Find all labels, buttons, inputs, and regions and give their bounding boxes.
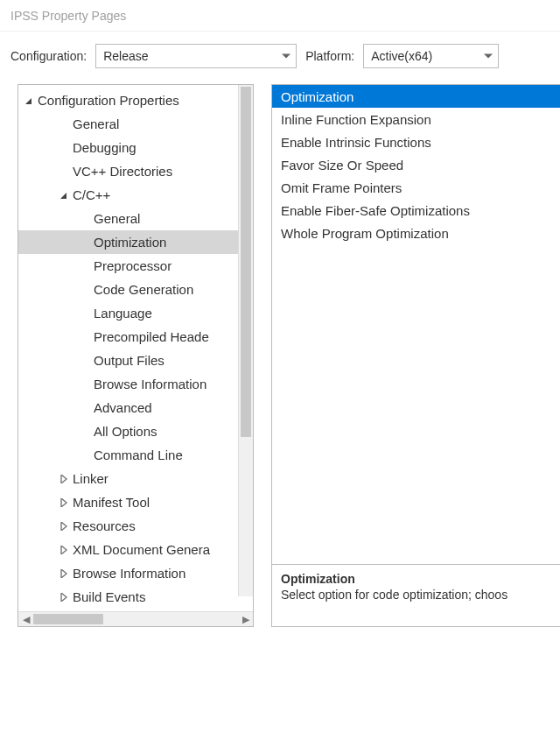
expander-none <box>80 379 90 390</box>
tree-item-label: XML Document Genera <box>73 542 210 557</box>
tree-item-label: Browse Information <box>73 566 186 581</box>
tree-item-label: C/C++ <box>73 187 110 202</box>
configuration-value: Release <box>103 49 148 63</box>
tree-item-label: Build Events <box>73 589 145 604</box>
property-row[interactable]: Enable Intrinsic Functions <box>272 130 560 153</box>
tree-item-label: Browse Information <box>94 377 206 391</box>
tree-item-label: General <box>94 211 140 226</box>
property-row[interactable]: Whole Program Optimization <box>272 222 560 244</box>
expander-closed-icon[interactable] <box>59 545 69 555</box>
tree-item-label: Precompiled Heade <box>94 329 209 344</box>
property-row[interactable]: Inline Function Expansion <box>272 108 560 130</box>
horizontal-scroll-track[interactable] <box>33 612 238 626</box>
tree-item-label: Linker <box>73 471 108 486</box>
tree-item-label: Debugging <box>73 140 136 155</box>
expander-none <box>80 285 90 295</box>
expander-none <box>80 450 90 461</box>
tree-item-label: General <box>73 116 119 131</box>
tree-item[interactable]: Debugging <box>18 136 239 159</box>
tree-root[interactable]: Configuration Properties <box>18 88 239 112</box>
expander-closed-icon[interactable] <box>59 521 69 532</box>
expander-none <box>59 166 69 177</box>
expander-closed-icon[interactable] <box>59 592 69 603</box>
expander-none <box>80 308 90 319</box>
property-row[interactable]: Favor Size Or Speed <box>272 153 560 176</box>
tree-item[interactable]: Browse Information <box>18 561 239 585</box>
expander-open-icon[interactable] <box>59 190 69 201</box>
expander-none <box>80 237 90 248</box>
property-label: Omit Frame Pointers <box>281 180 402 195</box>
tree-item[interactable]: Code Generation <box>18 278 239 301</box>
property-label: Optimization <box>281 89 354 104</box>
tree-item-label: VC++ Directories <box>73 164 172 179</box>
property-row[interactable]: Omit Frame Pointers <box>272 176 560 199</box>
vertical-scroll-thumb[interactable] <box>241 87 251 437</box>
tree-item[interactable]: Language <box>18 301 239 325</box>
tree-root-label: Configuration Properties <box>38 93 179 108</box>
tree-item-label: Preprocessor <box>94 258 172 273</box>
description-text: Select option for code optimization; cho… <box>281 588 551 602</box>
platform-dropdown[interactable]: Active(x64) <box>363 44 499 68</box>
scroll-left-icon[interactable]: ◀ <box>18 612 33 627</box>
tree-item-label: Command Line <box>94 447 183 462</box>
platform-value: Active(x64) <box>371 49 432 63</box>
property-label: Enable Fiber-Safe Optimizations <box>281 203 470 218</box>
tree-item-label: Output Files <box>94 353 164 368</box>
property-row[interactable]: Optimization <box>272 85 560 108</box>
tree-panel: Configuration Properties GeneralDebuggin… <box>18 84 254 627</box>
tree-scroll-area[interactable]: Configuration Properties GeneralDebuggin… <box>18 85 253 611</box>
tree-item[interactable]: Manifest Tool <box>18 490 239 514</box>
tree-item-label: Language <box>94 306 152 321</box>
tree-item[interactable]: General <box>18 112 239 136</box>
platform-label: Platform: <box>305 49 354 63</box>
tree-item[interactable]: Preprocessor <box>18 254 239 278</box>
expander-none <box>80 356 90 366</box>
property-label: Favor Size Or Speed <box>281 158 403 173</box>
tree-item[interactable]: Build Events <box>18 585 239 609</box>
tree-item-label: All Options <box>94 424 158 439</box>
tree-item[interactable]: Advanced <box>18 396 239 419</box>
expander-none <box>80 403 90 413</box>
description-title: Optimization <box>281 572 551 586</box>
property-panel: OptimizationInline Function ExpansionEna… <box>271 84 560 627</box>
config-tree: Configuration Properties GeneralDebuggin… <box>18 85 239 611</box>
expander-none <box>80 214 90 224</box>
tree-item[interactable]: Command Line <box>18 443 239 467</box>
configuration-label: Configuration: <box>10 49 87 63</box>
expander-closed-icon[interactable] <box>59 497 69 508</box>
tree-item[interactable]: Linker <box>18 467 239 490</box>
chevron-down-icon <box>484 54 493 59</box>
expander-closed-icon[interactable] <box>59 474 69 484</box>
property-label: Enable Intrinsic Functions <box>281 135 431 150</box>
property-row[interactable]: Enable Fiber-Safe Optimizations <box>272 199 560 222</box>
expander-closed-icon[interactable] <box>59 568 69 579</box>
tree-item-label: Code Generation <box>94 282 193 297</box>
expander-none <box>80 261 90 271</box>
tree-item[interactable]: Precompiled Heade <box>18 325 239 349</box>
tree-item[interactable]: VC++ Directories <box>18 159 239 183</box>
tree-item[interactable]: Optimization <box>18 230 239 254</box>
tree-item[interactable]: XML Document Genera <box>18 538 239 561</box>
tree-item[interactable]: Resources <box>18 514 239 538</box>
tree-item[interactable]: Output Files <box>18 349 239 372</box>
tree-item[interactable]: General <box>18 207 239 230</box>
scroll-right-icon[interactable]: ▶ <box>238 612 253 627</box>
tree-item[interactable]: Browse Information <box>18 372 239 396</box>
config-toolbar: Configuration: Release Platform: Active(… <box>0 32 560 77</box>
tree-item[interactable]: All Options <box>18 419 239 443</box>
property-list: OptimizationInline Function ExpansionEna… <box>271 84 560 565</box>
expander-open-icon[interactable] <box>24 95 34 106</box>
expander-none <box>59 143 69 153</box>
property-label: Whole Program Optimization <box>281 226 449 241</box>
tree-item-label: Advanced <box>94 400 152 415</box>
configuration-dropdown[interactable]: Release <box>95 44 297 68</box>
expander-none <box>80 332 90 342</box>
expander-none <box>80 426 90 437</box>
tree-item[interactable]: C/C++ <box>18 183 239 207</box>
vertical-scrollbar[interactable] <box>238 85 253 596</box>
window-title: IPSS Property Pages <box>10 9 126 23</box>
horizontal-scrollbar[interactable]: ◀ ▶ <box>18 611 253 626</box>
horizontal-scroll-thumb[interactable] <box>33 614 103 624</box>
window-titlebar: IPSS Property Pages <box>0 0 560 32</box>
description-box: Optimization Select option for code opti… <box>271 564 560 627</box>
